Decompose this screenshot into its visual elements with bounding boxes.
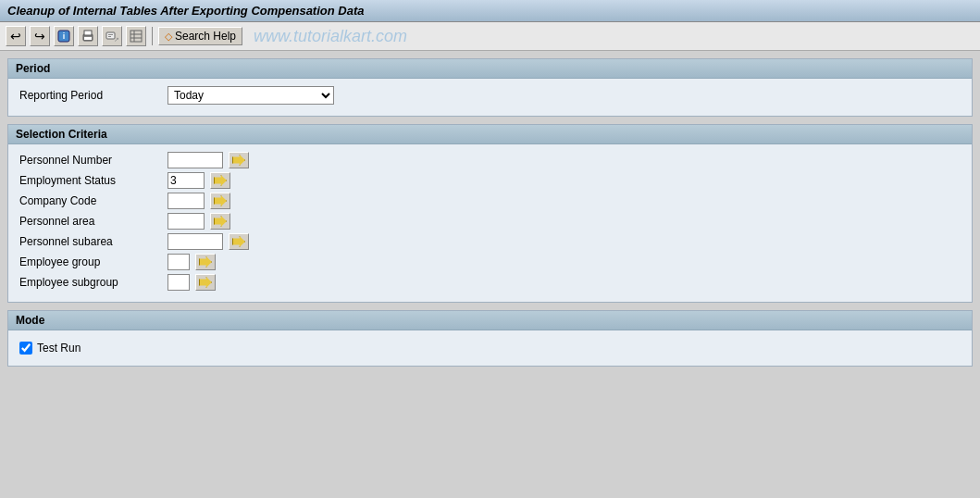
personnel-number-input[interactable] [167, 152, 223, 168]
period-section-header: Period [8, 59, 972, 79]
arrow-icon-6 [199, 256, 212, 268]
search-help-label: Search Help [175, 30, 236, 43]
personnel-area-arrow-button[interactable] [210, 213, 230, 230]
period-section-body: Reporting Period Today Current Week Curr… [8, 79, 972, 116]
table-button[interactable] [126, 26, 146, 46]
company-code-label: Company Code [19, 194, 167, 207]
employment-status-label: Employment Status [19, 174, 167, 187]
test-run-row: Test Run [19, 338, 961, 358]
arrow-icon-4 [214, 216, 227, 227]
personnel-number-label: Personnel Number [19, 154, 167, 167]
svg-rect-7 [108, 36, 111, 37]
watermark: www.tutorialkart.com [254, 27, 407, 46]
personnel-area-label: Personnel area [19, 215, 167, 228]
arrow-icon-3 [214, 195, 227, 206]
back-button[interactable]: ↩ [6, 26, 26, 46]
svg-rect-4 [84, 37, 92, 40]
svg-text:i: i [63, 31, 66, 41]
company-code-row: Company Code [19, 193, 961, 209]
svg-text:↗: ↗ [114, 36, 118, 43]
mode-section-header: Mode [8, 311, 972, 330]
selection-section: Selection Criteria Personnel Number Empl… [7, 124, 973, 303]
arrow-icon-7 [199, 277, 212, 288]
employee-group-input[interactable] [167, 254, 190, 270]
employee-subgroup-arrow-button[interactable] [195, 274, 216, 291]
info-button[interactable]: i [54, 26, 74, 46]
svg-rect-9 [130, 31, 142, 42]
print-button[interactable] [78, 26, 98, 46]
personnel-area-row: Personnel area [19, 213, 961, 230]
arrow-icon-2 [214, 175, 227, 186]
test-run-label: Test Run [37, 342, 81, 355]
reporting-period-row: Reporting Period Today Current Week Curr… [19, 86, 961, 105]
personnel-area-input[interactable] [167, 213, 205, 230]
svg-rect-6 [108, 34, 113, 35]
mode-section-body: Test Run [8, 330, 972, 366]
company-code-arrow-button[interactable] [210, 193, 230, 209]
personnel-subarea-input[interactable] [167, 233, 223, 250]
personnel-subarea-label: Personnel subarea [19, 235, 167, 248]
company-code-input[interactable] [167, 193, 205, 209]
page-title: Cleanup of Internal Tables After Exporti… [7, 4, 364, 18]
employment-status-arrow-button[interactable] [210, 172, 230, 189]
employment-status-row: Employment Status [19, 172, 961, 189]
title-bar: Cleanup of Internal Tables After Exporti… [0, 0, 980, 22]
period-section: Period Reporting Period Today Current We… [7, 58, 973, 117]
toolbar: ↩ ↪ i ↗ ◇ Search Help www. [0, 22, 980, 51]
test-run-checkbox[interactable] [19, 342, 32, 355]
arrow-icon-5 [232, 236, 245, 247]
mode-section: Mode Test Run [7, 310, 973, 367]
employee-subgroup-row: Employee subgroup [19, 274, 961, 291]
personnel-number-row: Personnel Number [19, 152, 961, 168]
main-content: Period Reporting Period Today Current We… [0, 51, 980, 381]
find-button[interactable]: ↗ [102, 26, 122, 46]
search-help-button[interactable]: ◇ Search Help [158, 27, 242, 45]
personnel-subarea-row: Personnel subarea [19, 233, 961, 250]
toolbar-separator [152, 27, 153, 45]
employee-group-arrow-button[interactable] [195, 254, 216, 270]
employee-group-label: Employee group [19, 255, 167, 268]
search-help-diamond-icon: ◇ [165, 31, 172, 43]
arrow-icon [232, 155, 245, 166]
employment-status-input[interactable] [167, 172, 205, 189]
employee-subgroup-label: Employee subgroup [19, 276, 167, 289]
personnel-number-arrow-button[interactable] [229, 152, 249, 168]
forward-button[interactable]: ↪ [30, 26, 50, 46]
employee-group-row: Employee group [19, 254, 961, 270]
svg-rect-3 [84, 31, 92, 35]
selection-section-header: Selection Criteria [8, 125, 972, 144]
selection-section-body: Personnel Number Employment Status Compa… [8, 144, 972, 302]
personnel-subarea-arrow-button[interactable] [229, 233, 249, 250]
reporting-period-select[interactable]: Today Current Week Current Month Current… [167, 86, 334, 105]
employee-subgroup-input[interactable] [167, 274, 190, 291]
reporting-period-label: Reporting Period [19, 89, 167, 102]
